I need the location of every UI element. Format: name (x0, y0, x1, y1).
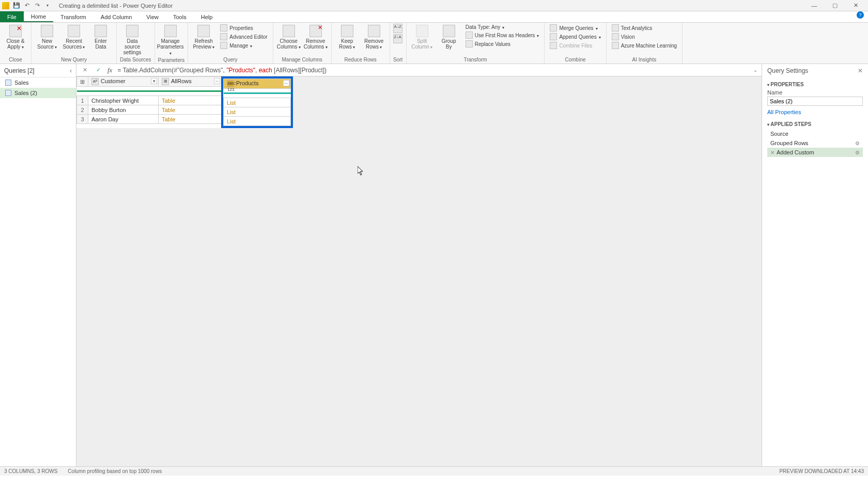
qat-dropdown-icon[interactable]: ▾ (43, 2, 52, 10)
combine-files-button: Combine Files (548, 41, 602, 50)
azure-ml-icon (612, 42, 619, 49)
text-analytics-button[interactable]: Text Analytics (610, 24, 679, 32)
vision-label: Vision (621, 34, 635, 40)
table-row[interactable]: 3 Aaron Day Table (77, 115, 222, 124)
cell-customer[interactable]: Christopher Wright (88, 96, 159, 105)
table-row[interactable]: 1 Christopher Wright Table (77, 96, 222, 105)
properties-button[interactable]: Properties (218, 24, 269, 32)
query-item-sales[interactable]: Sales (0, 77, 76, 88)
tab-transform[interactable]: Transform (53, 11, 94, 22)
step-grouped-rows[interactable]: Grouped Rows ⚙ (767, 138, 863, 148)
recent-sources-button[interactable]: RecentSources (61, 24, 86, 50)
advanced-editor-button[interactable]: Advanced Editor (218, 33, 269, 41)
tab-add-column[interactable]: Add Column (94, 11, 140, 22)
step-gear-icon[interactable]: ⚙ (855, 150, 860, 155)
tab-tools[interactable]: Tools (166, 11, 194, 22)
remove-rows-button[interactable]: RemoveRows (362, 24, 386, 50)
append-icon (550, 33, 557, 40)
data-type-button[interactable]: Data Type: Any (463, 24, 541, 30)
qat-undo-icon[interactable]: ↶ (23, 2, 31, 10)
data-type-label: Data Type: Any (466, 24, 501, 30)
formula-accept-icon[interactable]: ✓ (94, 66, 102, 74)
qat-save-icon[interactable]: 💾 (12, 2, 21, 10)
first-row-icon (466, 32, 473, 39)
cell-products[interactable]: List (224, 107, 291, 117)
vision-button[interactable]: Vision (610, 33, 679, 41)
cell-allrows[interactable]: Table (159, 115, 222, 124)
formula-prefix: = Table.AddColumn(#"Grouped Rows", (117, 67, 226, 74)
append-queries-button[interactable]: Append Queries (548, 33, 602, 41)
choose-columns-button[interactable]: ChooseColumns (276, 24, 301, 50)
close-button[interactable]: ✕ (845, 0, 866, 11)
ribbon: Close &Apply Close NewSource RecentSourc… (0, 23, 868, 64)
column-expand-icon[interactable]: ↔ (214, 78, 220, 84)
table-corner[interactable]: ⊞ (77, 77, 88, 87)
tab-view[interactable]: View (139, 11, 166, 22)
merge-queries-button[interactable]: Merge Queries (548, 24, 602, 32)
qat-redo-icon[interactable]: ↷ (33, 2, 41, 10)
replace-values-button[interactable]: Replace Values (463, 40, 541, 48)
step-delete-icon[interactable]: ✕ (770, 150, 774, 155)
row-number: 3 (77, 115, 88, 124)
type-table-icon: ⊞ (162, 78, 169, 85)
sort-asc-button[interactable]: A↓Z (393, 24, 402, 33)
table-row[interactable]: List (224, 117, 291, 126)
manage-parameters-button[interactable]: ManageParameters (158, 24, 183, 56)
new-source-label: NewSource (37, 38, 54, 50)
query-item-sales2[interactable]: Sales (2) (0, 88, 76, 98)
keep-rows-button[interactable]: KeepRows (335, 24, 360, 50)
formula-expand-icon[interactable]: ⌄ (753, 67, 757, 73)
new-source-button[interactable]: NewSource (35, 24, 59, 50)
properties-section-header[interactable]: PROPERTIES (767, 82, 863, 87)
cell-allrows[interactable]: Table (159, 96, 222, 105)
cell-customer[interactable]: Bobby Burton (88, 105, 159, 115)
step-source[interactable]: Source (767, 129, 863, 138)
name-label: Name (767, 89, 863, 96)
maximize-button[interactable]: ▢ (825, 0, 845, 11)
azure-ml-button[interactable]: Azure Machine Learning (610, 41, 679, 50)
minimize-button[interactable]: — (804, 0, 825, 11)
cell-customer[interactable]: Aaron Day (88, 115, 159, 124)
table-row[interactable]: List (224, 107, 291, 117)
column-header-customer[interactable]: AᴮCustomer ▾ (88, 77, 159, 87)
sort-desc-button[interactable]: Z↓A (393, 34, 402, 43)
mouse-cursor-icon (358, 166, 364, 176)
table-row[interactable]: List (224, 98, 291, 107)
split-column-button[interactable]: SplitColumn (410, 24, 435, 50)
formula-text[interactable]: = Table.AddColumn(#"Grouped Rows", "Prod… (117, 67, 748, 74)
table-icon (5, 80, 11, 86)
group-by-button[interactable]: GroupBy (437, 24, 461, 50)
column-header-products[interactable]: ABC123Products ↔ (224, 79, 291, 89)
refresh-preview-button[interactable]: RefreshPreview (191, 24, 216, 50)
group-by-label: GroupBy (442, 38, 456, 50)
tab-file[interactable]: File (0, 11, 24, 22)
enter-data-icon (95, 25, 107, 37)
tab-home[interactable]: Home (24, 11, 53, 22)
formula-cancel-icon[interactable]: ✕ (81, 66, 89, 74)
column-filter-icon[interactable]: ▾ (151, 78, 157, 84)
first-row-headers-button[interactable]: Use First Row as Headers (463, 31, 541, 39)
table-row[interactable]: 2 Bobby Burton Table (77, 105, 222, 115)
tab-help[interactable]: Help (194, 11, 220, 22)
queries-collapse-icon[interactable]: ‹ (70, 67, 72, 74)
fx-icon[interactable]: fx (107, 66, 112, 74)
query-name-input[interactable] (767, 97, 863, 106)
remove-columns-button[interactable]: ✕RemoveColumns (303, 24, 328, 50)
applied-steps-header[interactable]: APPLIED STEPS (767, 121, 863, 127)
first-row-label: Use First Row as Headers (475, 33, 535, 38)
cell-allrows[interactable]: Table (159, 105, 222, 115)
vision-icon (612, 33, 619, 40)
enter-data-button[interactable]: EnterData (88, 24, 113, 50)
column-header-allrows[interactable]: ⊞AllRows ↔ (159, 77, 222, 87)
data-source-settings-button[interactable]: Data sourcesettings (120, 24, 145, 55)
step-added-custom[interactable]: ✕ Added Custom ⚙ (767, 148, 863, 157)
settings-close-icon[interactable]: ✕ (858, 67, 863, 74)
manage-button[interactable]: Manage (218, 41, 269, 50)
step-gear-icon[interactable]: ⚙ (855, 140, 860, 146)
cell-products[interactable]: List (224, 98, 291, 107)
cell-products[interactable]: List (224, 117, 291, 126)
close-apply-button[interactable]: Close &Apply (3, 24, 28, 50)
help-icon[interactable]: ? (857, 11, 864, 19)
column-expand-icon[interactable]: ↔ (283, 80, 289, 86)
all-properties-link[interactable]: All Properties (767, 109, 863, 115)
